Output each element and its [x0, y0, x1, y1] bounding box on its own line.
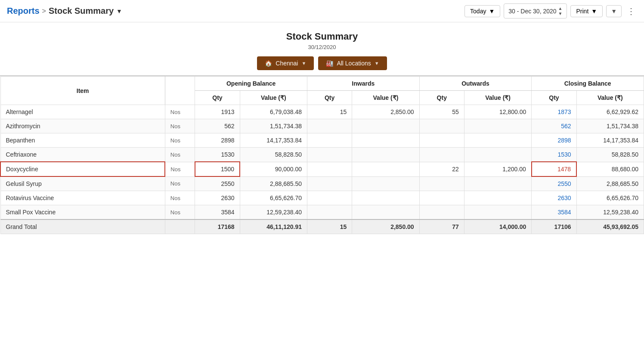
date-spinners[interactable]: ▲ ▼ [558, 6, 563, 16]
in-val [352, 205, 419, 220]
item-unit: Nos [165, 133, 195, 148]
in-qty [307, 133, 352, 148]
col-subheader-in-qty: Qty [307, 91, 352, 105]
cb-qty[interactable]: 3584 [532, 205, 576, 220]
cb-val: 6,65,626.70 [576, 191, 644, 205]
col-subheader-out-qty: Qty [419, 91, 464, 105]
out-val: 12,800.00 [464, 105, 531, 119]
top-bar: Reports > Stock Summary ▼ Today ▼ 30 - D… [0, 0, 644, 22]
ob-val: 1,51,734.38 [240, 119, 307, 133]
table-row: Rotavirus Vaccine Nos 2630 6,65,626.70 2… [0, 191, 644, 205]
print-button[interactable]: Print ▼ [570, 5, 603, 17]
filter-button[interactable]: ▼ [606, 5, 622, 17]
all-locations-button[interactable]: 🏭 All Locations ▼ [318, 56, 387, 70]
cb-val: 2,88,685.50 [576, 176, 644, 191]
chennai-location-button[interactable]: 🏠 Chennai ▼ [257, 56, 314, 70]
ob-qty: 2898 [195, 133, 240, 148]
ob-qty: 2630 [195, 191, 240, 205]
reports-link[interactable]: Reports [7, 6, 40, 16]
cb-val: 88,680.00 [576, 162, 644, 176]
cb-qty[interactable]: 1478 [532, 162, 576, 176]
grand-total-out-qty: 77 [419, 219, 464, 234]
in-val [352, 133, 419, 148]
page-title: Stock Summary [49, 6, 114, 16]
col-subheader-cb-val: Value (₹) [576, 91, 644, 105]
col-header-inwards: Inwards [307, 77, 419, 91]
cb-qty[interactable]: 2550 [532, 176, 576, 191]
cb-val: 58,828.50 [576, 148, 644, 162]
report-date: 30/12/2020 [7, 44, 637, 50]
item-unit: Nos [165, 205, 195, 220]
in-val [352, 162, 419, 176]
out-qty: 22 [419, 162, 464, 176]
table-row: Bepanthen Nos 2898 14,17,353.84 2898 14,… [0, 133, 644, 148]
all-locations-label: All Locations [337, 60, 371, 67]
cb-val: 6,62,929.62 [576, 105, 644, 119]
col-subheader-out-val: Value (₹) [464, 91, 531, 105]
col-subheader-ob-qty: Qty [195, 91, 240, 105]
item-unit: Nos [165, 191, 195, 205]
out-val [464, 148, 531, 162]
in-val [352, 191, 419, 205]
out-val [464, 119, 531, 133]
item-name: Gelusil Syrup [0, 176, 165, 191]
in-qty [307, 191, 352, 205]
in-qty [307, 148, 352, 162]
item-unit: Nos [165, 119, 195, 133]
out-qty [419, 119, 464, 133]
more-options-button[interactable]: ⋮ [625, 5, 637, 17]
home-icon: 🏠 [265, 60, 272, 67]
grand-total-in-val: 2,850.00 [352, 219, 419, 234]
grand-total-label: Grand Total [0, 219, 165, 234]
out-val [464, 191, 531, 205]
chennai-chevron-icon: ▼ [301, 61, 306, 66]
ob-val: 90,000.00 [240, 162, 307, 176]
item-unit: Nos [165, 105, 195, 119]
spinner-up-icon[interactable]: ▲ [558, 6, 563, 11]
report-header: Stock Summary 30/12/2020 🏠 Chennai ▼ 🏭 A… [0, 22, 644, 75]
grand-total-unit [165, 219, 195, 234]
col-header-unit [165, 77, 195, 105]
out-val [464, 176, 531, 191]
in-val [352, 176, 419, 191]
table-row: Gelusil Syrup Nos 2550 2,88,685.50 2550 … [0, 176, 644, 191]
out-qty [419, 148, 464, 162]
breadcrumb: Reports > Stock Summary ▼ [7, 6, 122, 16]
in-qty [307, 119, 352, 133]
out-qty [419, 191, 464, 205]
location-buttons: 🏠 Chennai ▼ 🏭 All Locations ▼ [7, 56, 637, 70]
grand-total-in-qty: 15 [307, 219, 352, 234]
table-row: Small Pox Vaccine Nos 3584 12,59,238.40 … [0, 205, 644, 220]
grand-total-cb-val: 45,93,692.05 [576, 219, 644, 234]
col-header-item: Item [0, 77, 165, 105]
grand-total-out-val: 14,000.00 [464, 219, 531, 234]
out-qty [419, 176, 464, 191]
in-val [352, 148, 419, 162]
table-row: Ceftriaxone Nos 1530 58,828.50 1530 58,8… [0, 148, 644, 162]
cb-qty[interactable]: 1530 [532, 148, 576, 162]
cb-qty[interactable]: 1873 [532, 105, 576, 119]
out-qty [419, 205, 464, 220]
col-header-closing: Closing Balance [532, 77, 644, 91]
cb-qty[interactable]: 562 [532, 119, 576, 133]
title-dropdown-icon[interactable]: ▼ [116, 8, 122, 15]
spinner-down-icon[interactable]: ▼ [558, 11, 563, 16]
breadcrumb-separator: > [42, 7, 46, 15]
out-val [464, 133, 531, 148]
col-subheader-in-val: Value (₹) [352, 91, 419, 105]
ob-qty: 1530 [195, 148, 240, 162]
ob-val: 2,88,685.50 [240, 176, 307, 191]
item-name: Bepanthen [0, 133, 165, 148]
cb-qty[interactable]: 2630 [532, 191, 576, 205]
ob-val: 58,828.50 [240, 148, 307, 162]
item-name[interactable]: Doxycycline [0, 162, 165, 176]
grand-total-ob-qty: 17168 [195, 219, 240, 234]
ob-qty: 3584 [195, 205, 240, 220]
ob-qty[interactable]: 1500 [195, 162, 240, 176]
in-qty [307, 162, 352, 176]
today-dropdown-button[interactable]: Today ▼ [464, 5, 500, 17]
grand-total-row: Grand Total 17168 46,11,120.91 15 2,850.… [0, 219, 644, 234]
cb-qty[interactable]: 2898 [532, 133, 576, 148]
in-qty: 15 [307, 105, 352, 119]
in-qty [307, 205, 352, 220]
